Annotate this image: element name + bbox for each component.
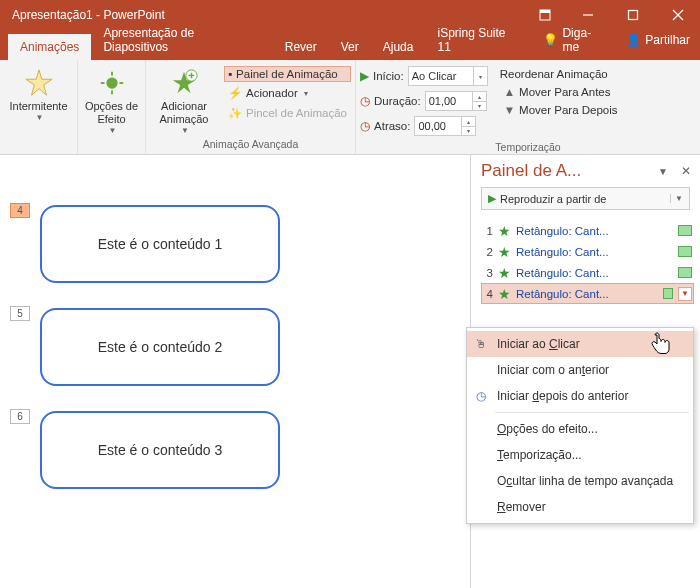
- clock-icon: ◷: [360, 94, 370, 108]
- star-icon: ★: [498, 223, 511, 239]
- play-icon: ▶: [488, 192, 496, 205]
- group-timing: Temporização: [360, 139, 696, 156]
- star-icon: ★: [498, 286, 511, 302]
- content-box-3[interactable]: Este é o conteúdo 3: [40, 411, 280, 489]
- animation-order-badge[interactable]: 4: [10, 203, 30, 218]
- item-dropdown[interactable]: ▼: [678, 287, 692, 301]
- trigger-button[interactable]: ⚡ Acionador ▾: [224, 84, 351, 102]
- menu-start-with-previous[interactable]: Iniciar com o anterior: [467, 357, 693, 383]
- tell-me[interactable]: 💡 Diga-me: [533, 20, 616, 60]
- move-after[interactable]: ▼ Mover Para Depois: [500, 102, 622, 118]
- down-icon: ▼: [504, 104, 515, 116]
- animation-order-badge[interactable]: 5: [10, 306, 30, 321]
- reorder-label: Reordenar Animação: [500, 66, 622, 82]
- duration-bar: [678, 246, 692, 257]
- ribbon-tabs: Animações Apresentação de Diapositivos R…: [0, 30, 700, 60]
- tab-apresentacao[interactable]: Apresentação de Diapositivos: [91, 20, 272, 60]
- pane-menu[interactable]: ▼: [658, 166, 668, 177]
- star-icon: ★: [498, 265, 511, 281]
- slide-canvas[interactable]: 4 Este é o conteúdo 1 5 Este é o conteúd…: [0, 155, 470, 588]
- tab-animacoes[interactable]: Animações: [8, 34, 91, 60]
- menu-effect-options[interactable]: Opções do efeito...: [467, 416, 693, 442]
- tab-ispring[interactable]: iSpring Suite 11: [425, 20, 533, 60]
- tab-rever[interactable]: Rever: [273, 34, 329, 60]
- menu-timing[interactable]: Temporização...: [467, 442, 693, 468]
- svg-rect-1: [540, 10, 550, 13]
- chevron-down-icon: ▾: [304, 89, 308, 98]
- start-label: Início:: [373, 70, 404, 82]
- duration-input[interactable]: 01,00 ▴▾: [425, 91, 487, 111]
- clock-icon: ◷: [473, 389, 489, 403]
- menu-start-after-previous[interactable]: ◷ Iniciar depois do anterior: [467, 383, 693, 409]
- tab-ajuda[interactable]: Ajuda: [371, 34, 426, 60]
- animation-painter[interactable]: ✨ Pincel de Animação: [224, 104, 351, 122]
- animation-item[interactable]: 1 ★ Retângulo: Cant...: [481, 220, 694, 241]
- chevron-down-icon[interactable]: ▼: [670, 194, 683, 203]
- menu-separator: [495, 412, 689, 413]
- content-box-2[interactable]: Este é o conteúdo 2: [40, 308, 280, 386]
- bulb-icon: 💡: [543, 33, 558, 47]
- context-menu: 🖱 Iniciar ao Clicar Iniciar com o anteri…: [466, 327, 694, 524]
- close-pane-button[interactable]: ✕: [678, 164, 694, 178]
- delay-input[interactable]: 00,00 ▴▾: [414, 116, 476, 136]
- move-before[interactable]: ▲ Mover Para Antes: [500, 84, 622, 100]
- pane-title: Painel de A...: [481, 161, 658, 181]
- star-icon: ★: [498, 244, 511, 260]
- star-icon: [24, 66, 54, 100]
- duration-bar: [678, 225, 692, 236]
- start-dropdown[interactable]: Ao Clicar ▾: [408, 66, 488, 86]
- trigger-icon: ⚡: [228, 86, 242, 100]
- mouse-icon: 🖱: [473, 337, 489, 351]
- share-icon: 👤: [626, 33, 641, 47]
- play-icon: ▶: [360, 69, 369, 83]
- effect-options[interactable]: Opções de Efeito ▼: [82, 62, 141, 136]
- play-from-button[interactable]: ▶ Reproduzir a partir de ▼: [481, 187, 690, 210]
- ribbon-body: Intermitente ▼ Opções de Efeito ▼: [0, 60, 700, 155]
- menu-start-on-click[interactable]: 🖱 Iniciar ao Clicar: [467, 331, 693, 357]
- delay-label: Atraso:: [374, 120, 410, 132]
- add-animation-icon: [169, 66, 199, 100]
- animation-item[interactable]: 2 ★ Retângulo: Cant...: [481, 241, 694, 262]
- animation-item[interactable]: 3 ★ Retângulo: Cant...: [481, 262, 694, 283]
- animation-item-selected[interactable]: 4 ★ Retângulo: Cant... ▼: [481, 283, 694, 304]
- menu-hide-timeline[interactable]: Ocultar linha de tempo avançada: [467, 468, 693, 494]
- group-advanced-animation: Animação Avançada: [150, 136, 351, 153]
- add-animation[interactable]: Adicionar Animação ▼: [150, 62, 218, 136]
- svg-rect-3: [628, 11, 637, 20]
- pane-icon: ▪: [228, 68, 232, 80]
- duration-bar: [663, 288, 673, 299]
- clock-icon: ◷: [360, 119, 370, 133]
- up-icon: ▲: [504, 86, 515, 98]
- animation-list: 1 ★ Retângulo: Cant... 2 ★ Retângulo: Ca…: [477, 220, 694, 304]
- chevron-down-icon: ▼: [109, 126, 117, 136]
- animation-pane-button[interactable]: ▪ Painel de Animação: [224, 66, 351, 82]
- share-button[interactable]: 👤 Partilhar: [616, 20, 700, 60]
- duration-bar: [678, 267, 692, 278]
- painter-icon: ✨: [228, 106, 242, 120]
- effect-options-icon: [97, 66, 127, 100]
- effect-intermitente[interactable]: Intermitente ▼: [5, 62, 73, 123]
- svg-point-7: [106, 77, 117, 88]
- chevron-down-icon: ▼: [36, 113, 44, 123]
- animation-order-badge[interactable]: 6: [10, 409, 30, 424]
- duration-label: Duração:: [374, 95, 421, 107]
- svg-marker-6: [25, 70, 51, 95]
- tab-ver[interactable]: Ver: [329, 34, 371, 60]
- chevron-down-icon: ▼: [181, 126, 189, 136]
- menu-remove[interactable]: Remover: [467, 494, 693, 520]
- content-box-1[interactable]: Este é o conteúdo 1: [40, 205, 280, 283]
